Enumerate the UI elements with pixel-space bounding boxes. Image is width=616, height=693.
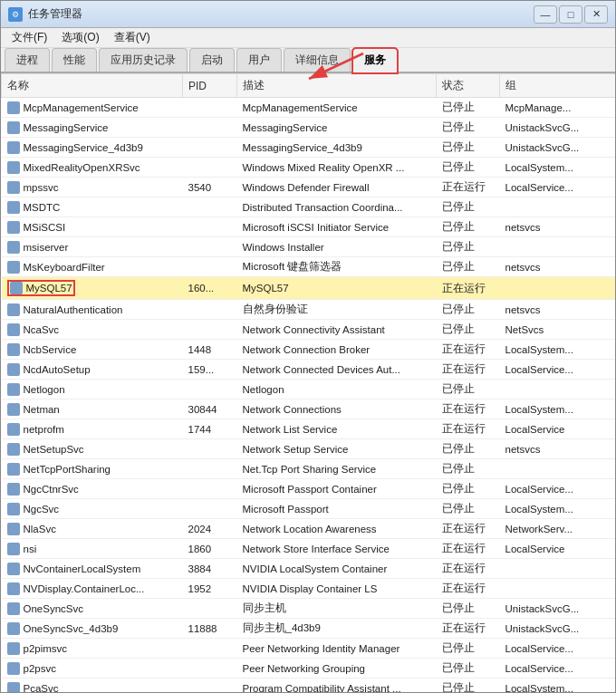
service-group [500, 237, 616, 257]
tab-users[interactable]: 用户 [236, 48, 282, 72]
service-name: mpssvc [2, 178, 183, 197]
service-description: Distributed Transaction Coordina... [237, 197, 437, 217]
table-row[interactable]: NVDisplay.ContainerLoc...1952NVIDIA Disp… [2, 579, 616, 599]
table-row[interactable]: MessagingService_4d3b9MessagingService_4… [2, 138, 616, 158]
service-status: 已停止 [437, 158, 500, 178]
tab-services[interactable]: 服务 [352, 48, 398, 73]
service-pid [183, 320, 237, 340]
tab-details[interactable]: 详细信息 [284, 48, 351, 72]
table-row[interactable]: PcaSvcProgram Compatibility Assistant ..… [2, 679, 616, 693]
service-group: UnistackSvcG... [500, 619, 616, 639]
service-description: Windows Installer [237, 237, 437, 257]
col-header-name[interactable]: 名称 [2, 74, 183, 98]
service-group: LocalService... [500, 639, 616, 659]
service-description: 同步主机 [237, 599, 437, 619]
service-pid [183, 659, 237, 679]
service-pid: 1952 [183, 579, 237, 599]
maximize-button[interactable]: □ [559, 5, 582, 24]
tab-startup[interactable]: 启动 [189, 48, 235, 72]
service-pid [183, 217, 237, 237]
table-row[interactable]: NlaSvc2024Network Location Awareness正在运行… [2, 519, 616, 539]
table-row[interactable]: Netman30844Network Connections正在运行LocalS… [2, 399, 616, 419]
services-table-container[interactable]: 名称 PID 描述 状态 组 McpManagementServiceMcpMa… [1, 73, 615, 692]
table-row[interactable]: NetlogonNetlogon已停止 [2, 380, 616, 399]
table-row[interactable]: NcaSvcNetwork Connectivity Assistant已停止N… [2, 320, 616, 340]
table-row[interactable]: NetTcpPortSharingNet.Tcp Port Sharing Se… [2, 459, 616, 479]
service-name: OneSyncSvc [2, 599, 183, 619]
service-description: Network List Service [237, 419, 437, 439]
table-row[interactable]: NgcCtnrSvcMicrosoft Passport Container已停… [2, 479, 616, 499]
table-row[interactable]: NvContainerLocalSystem3884NVIDIA LocalSy… [2, 559, 616, 579]
service-group: LocalSystem... [500, 158, 616, 178]
table-row[interactable]: MixedRealityOpenXRSvcWindows Mixed Reali… [2, 158, 616, 178]
service-status: 正在运行 [437, 277, 500, 300]
service-icon [7, 503, 20, 515]
tab-app-history[interactable]: 应用历史记录 [99, 48, 188, 72]
col-header-group[interactable]: 组 [500, 74, 616, 98]
tab-process[interactable]: 进程 [5, 48, 50, 72]
service-icon [7, 622, 20, 635]
service-description: Windows Defender Firewall [237, 178, 437, 197]
table-row[interactable]: NcdAutoSetup159...Network Connected Devi… [2, 360, 616, 380]
table-row[interactable]: OneSyncSvc_4d3b911888同步主机_4d3b9正在运行Unist… [2, 619, 616, 639]
services-table: 名称 PID 描述 状态 组 McpManagementServiceMcpMa… [1, 73, 615, 692]
table-row[interactable]: MSDTCDistributed Transaction Coordina...… [2, 197, 616, 217]
service-description: Program Compatibility Assistant ... [237, 679, 437, 693]
service-name: msiserver [2, 237, 183, 257]
title-bar: ⚙ 任务管理器 — □ ✕ [1, 1, 615, 28]
table-row[interactable]: p2psvcPeer Networking Grouping已停止LocalSe… [2, 659, 616, 679]
table-row[interactable]: MessagingServiceMessagingService已停止Unist… [2, 118, 616, 138]
service-description: McpManagementService [237, 98, 437, 118]
window-controls: — □ ✕ [534, 5, 608, 24]
service-name: MySQL57 [2, 277, 183, 300]
service-name: MSDTC [2, 197, 183, 217]
service-status: 正在运行 [437, 579, 500, 599]
service-group: NetSvcs [500, 320, 616, 340]
table-row[interactable]: netprofm1744Network List Service正在运行Loca… [2, 419, 616, 439]
table-row[interactable]: MsKeyboardFilterMicrosoft 键盘筛选器已停止netsvc… [2, 257, 616, 277]
table-row[interactable]: NcbService1448Network Connection Broker正… [2, 340, 616, 360]
menu-file[interactable]: 文件(F) [5, 28, 54, 47]
table-row[interactable]: NaturalAuthentication自然身份验证已停止netsvcs [2, 300, 616, 320]
table-row[interactable]: McpManagementServiceMcpManagementService… [2, 98, 616, 118]
col-header-desc[interactable]: 描述 [237, 74, 437, 98]
service-status: 已停止 [437, 118, 500, 138]
service-name: NVDisplay.ContainerLoc... [2, 579, 183, 599]
service-description: Network Location Awareness [237, 519, 437, 539]
col-header-pid[interactable]: PID [183, 74, 237, 98]
service-group: LocalService... [500, 178, 616, 197]
service-name: NaturalAuthentication [2, 300, 183, 320]
col-header-status[interactable]: 状态 [437, 74, 500, 98]
table-row[interactable]: mpssvc3540Windows Defender Firewall正在运行L… [2, 178, 616, 197]
close-button[interactable]: ✕ [584, 5, 608, 24]
service-group [500, 197, 616, 217]
service-icon [7, 121, 20, 134]
service-pid: 1744 [183, 419, 237, 439]
table-row[interactable]: OneSyncSvc同步主机已停止UnistackSvcG... [2, 599, 616, 619]
service-group: UnistackSvcG... [500, 118, 616, 138]
service-icon [7, 443, 20, 456]
table-row[interactable]: nsi1860Network Store Interface Service正在… [2, 539, 616, 559]
service-pid: 11888 [183, 619, 237, 639]
table-row[interactable]: msiserverWindows Installer已停止 [2, 237, 616, 257]
service-group: netsvcs [500, 439, 616, 459]
table-row[interactable]: MSiSCSIMicrosoft iSCSI Initiator Service… [2, 217, 616, 237]
service-status: 正在运行 [437, 519, 500, 539]
service-name: MSiSCSI [2, 217, 183, 237]
menu-options[interactable]: 选项(O) [54, 28, 106, 47]
menu-view[interactable]: 查看(V) [107, 28, 158, 47]
table-row[interactable]: NetSetupSvcNetwork Setup Service已停止netsv… [2, 439, 616, 459]
service-description: 自然身份验证 [237, 300, 437, 320]
table-row[interactable]: NgcSvcMicrosoft Passport已停止LocalSystem..… [2, 499, 616, 519]
service-group [500, 579, 616, 599]
tab-performance[interactable]: 性能 [52, 48, 97, 72]
service-description: Network Connection Broker [237, 340, 437, 360]
service-pid: 159... [183, 360, 237, 380]
minimize-button[interactable]: — [534, 5, 557, 24]
service-status: 正在运行 [437, 399, 500, 419]
service-status: 已停止 [437, 300, 500, 320]
service-status: 已停止 [437, 499, 500, 519]
table-row[interactable]: p2pimsvcPeer Networking Identity Manager… [2, 639, 616, 659]
table-row[interactable]: MySQL57160...MySQL57正在运行 [2, 277, 616, 300]
tab-bar: 进程 性能 应用历史记录 启动 用户 详细信息 服务 [1, 48, 615, 73]
